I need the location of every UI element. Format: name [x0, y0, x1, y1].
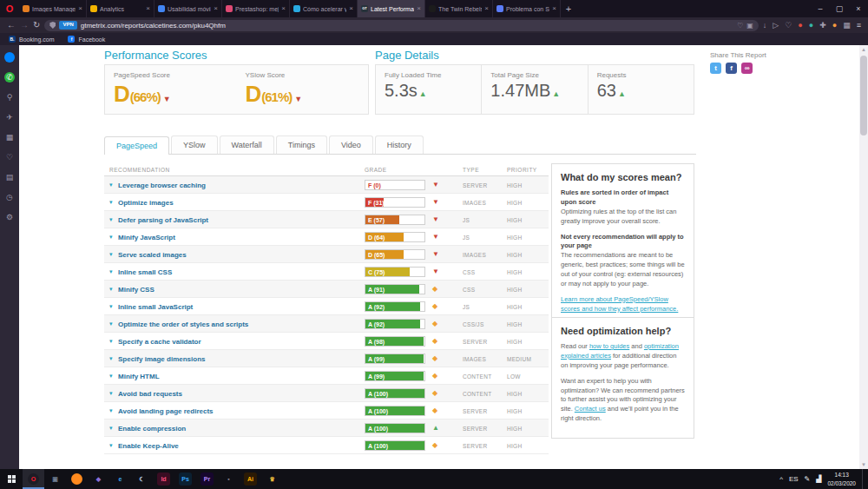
taskbar-app-button[interactable]: ☾: [131, 469, 153, 489]
expand-caret-icon[interactable]: [109, 320, 113, 327]
toolbar-icon[interactable]: ♡: [785, 17, 792, 33]
taskbar-app-button[interactable]: O: [23, 469, 44, 489]
expand-caret-icon[interactable]: [109, 199, 113, 205]
recommendation-link[interactable]: Enable compression: [118, 425, 186, 433]
report-tab[interactable]: Video: [329, 135, 373, 154]
expand-caret-icon[interactable]: [109, 182, 113, 188]
how-to-guides-link[interactable]: how to guides: [589, 342, 629, 350]
report-tab[interactable]: History: [375, 135, 424, 154]
recommendation-link[interactable]: Enable Keep-Alive: [118, 442, 179, 450]
tab-close-icon[interactable]: [349, 5, 353, 12]
recommendation-link[interactable]: Inline small CSS: [118, 268, 172, 276]
window-minimize-button[interactable]: –: [811, 0, 830, 17]
scroll-down-arrow[interactable]: [859, 460, 868, 469]
recommendation-link[interactable]: Leverage browser caching: [118, 182, 206, 189]
address-bar[interactable]: VPN gtmetrix.com/reports/calcetines.com/…: [44, 20, 758, 31]
recommendation-link[interactable]: Minify HTML: [118, 373, 160, 380]
bookmark-item[interactable]: f Facebook: [68, 36, 105, 43]
taskbar-app-button[interactable]: ▣: [44, 469, 66, 489]
sidebar-icon[interactable]: ✆: [4, 72, 15, 83]
taskbar-app-button[interactable]: ▪: [218, 469, 240, 489]
page-scrollbar[interactable]: [859, 45, 868, 469]
sidebar-icon[interactable]: ♡: [4, 152, 15, 162]
browser-menu-button[interactable]: O: [0, 0, 19, 17]
taskbar-app-button[interactable]: ♛: [261, 469, 283, 489]
taskbar-app-button[interactable]: [66, 469, 88, 489]
taskbar-app-button[interactable]: e: [109, 469, 131, 489]
back-button[interactable]: ←: [7, 17, 16, 33]
window-close-button[interactable]: ×: [849, 0, 868, 17]
expand-caret-icon[interactable]: [109, 286, 113, 292]
recommendation-link[interactable]: Optimize images: [118, 199, 174, 207]
forward-button[interactable]: →: [20, 17, 29, 33]
browser-tab[interactable]: Analytics: [87, 0, 155, 17]
learn-more-link[interactable]: Learn more about PageSpeed/YSlow scores …: [561, 295, 678, 313]
bookmark-item[interactable]: B. Booking.com: [9, 36, 54, 43]
tab-close-icon[interactable]: [281, 5, 286, 12]
url-text[interactable]: gtmetrix.com/reports/calcetines.com/pku4…: [81, 22, 733, 30]
expand-caret-icon[interactable]: [109, 442, 113, 448]
expand-caret-icon[interactable]: [109, 373, 113, 379]
scroll-up-arrow[interactable]: [859, 45, 868, 54]
recommendation-link[interactable]: Specify a cache validator: [118, 338, 201, 346]
sidebar-icon[interactable]: ⚲: [4, 92, 15, 102]
recommendation-link[interactable]: Minify JavaScript: [118, 234, 175, 241]
scrollbar-thumb[interactable]: [860, 56, 867, 135]
toolbar-icon[interactable]: ≡: [857, 17, 861, 33]
sidebar-icon[interactable]: ◷: [4, 192, 15, 202]
tab-close-icon[interactable]: [417, 5, 421, 12]
window-maximize-button[interactable]: ▢: [830, 0, 849, 17]
input-language-indicator[interactable]: ES: [789, 475, 799, 483]
browser-tab[interactable]: Prestashop: mejor no conf: [222, 0, 290, 17]
recommendation-link[interactable]: Inline small JavaScript: [118, 303, 193, 311]
browser-tab[interactable]: Cómo acelerar y optimizar: [290, 0, 358, 17]
recommendation-link[interactable]: Specify image dimensions: [118, 355, 205, 363]
browser-tab[interactable]: GT Latest Performance Report: [358, 0, 425, 17]
recommendation-link[interactable]: Serve scaled images: [118, 251, 187, 259]
toolbar-icon[interactable]: ↓: [763, 17, 767, 33]
toolbar-icon[interactable]: ●: [832, 17, 837, 33]
report-tab[interactable]: PageSpeed: [104, 136, 169, 155]
taskbar-app-button[interactable]: Ai: [240, 469, 261, 489]
sidebar-icon[interactable]: ⚙: [4, 212, 15, 222]
share-icon[interactable]: f: [726, 63, 737, 74]
expand-caret-icon[interactable]: [109, 425, 113, 431]
taskbar-app-button[interactable]: ◆: [88, 469, 109, 489]
tab-close-icon[interactable]: [78, 5, 82, 12]
sidebar-icon[interactable]: ✈: [4, 112, 15, 122]
sidebar-icon[interactable]: [4, 52, 15, 63]
toolbar-icon[interactable]: ●: [809, 17, 813, 33]
toolbar-icon[interactable]: ✚: [819, 17, 826, 33]
share-icon[interactable]: ∞: [741, 63, 753, 74]
tray-icon[interactable]: ▟: [816, 475, 821, 483]
browser-tab[interactable]: Usabilidad móvil: [155, 0, 222, 17]
toolbar-icon[interactable]: ▦: [843, 17, 851, 33]
taskbar-app-button[interactable]: Pr: [196, 469, 218, 489]
recommendation-link[interactable]: Defer parsing of JavaScript: [118, 216, 208, 224]
reload-button[interactable]: ↻: [33, 17, 40, 33]
report-tab[interactable]: YSlow: [171, 135, 218, 154]
address-bar-icon[interactable]: ▣: [746, 22, 753, 30]
share-icon[interactable]: t: [710, 63, 721, 74]
recommendation-link[interactable]: Avoid bad requests: [118, 390, 182, 398]
sidebar-icon[interactable]: ▤: [4, 172, 15, 182]
new-tab-button[interactable]: +: [561, 0, 576, 17]
start-button[interactable]: [0, 469, 23, 489]
show-desktop-edge[interactable]: [862, 469, 866, 489]
taskbar-clock[interactable]: 14:13 02/03/2020: [827, 471, 856, 487]
taskbar-app-button[interactable]: Id: [153, 469, 174, 489]
toolbar-icon[interactable]: ●: [798, 17, 802, 33]
expand-caret-icon[interactable]: [109, 338, 113, 344]
vpn-badge[interactable]: VPN: [59, 21, 76, 29]
report-tab[interactable]: Waterfall: [220, 135, 274, 154]
tab-close-icon[interactable]: [484, 5, 489, 12]
tab-close-icon[interactable]: [552, 5, 556, 12]
recommendation-link[interactable]: Optimize the order of styles and scripts: [118, 320, 248, 328]
expand-caret-icon[interactable]: [109, 303, 113, 309]
browser-tab[interactable]: Problema con Search engi: [493, 0, 561, 17]
address-bar-icon[interactable]: ♡: [737, 22, 743, 30]
tab-close-icon[interactable]: [214, 5, 218, 12]
browser-tab[interactable]: Images Management + cal: [19, 0, 87, 17]
expand-caret-icon[interactable]: [109, 234, 113, 240]
expand-caret-icon[interactable]: [109, 390, 113, 396]
